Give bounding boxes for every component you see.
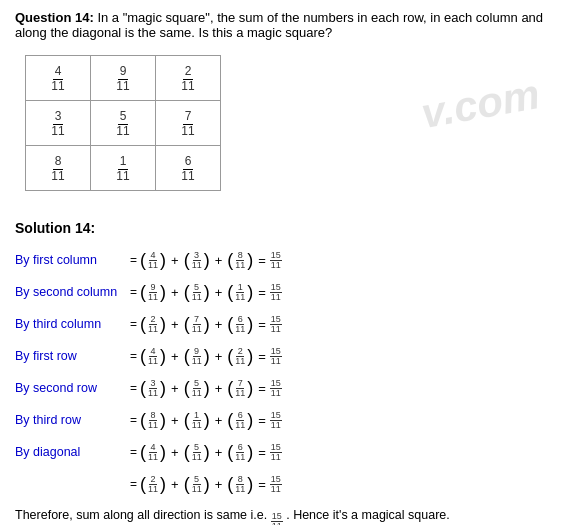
solution-row: = (211)+(511)+(811)=1511 (15, 470, 555, 498)
question-text: In a "magic square", the sum of the numb… (15, 10, 543, 40)
solution-rows: By first column= (411)+(311)+(811)=1511B… (15, 246, 555, 498)
solution-row-expr: = (311)+(511)+(711)=1511 (130, 379, 282, 398)
table-cell: 511 (91, 101, 156, 146)
solution-row-expr: = (411)+(511)+(611)=1511 (130, 443, 282, 462)
solution-row: By third column= (211)+(711)+(611)=1511 (15, 310, 555, 338)
solution-row: By first row= (411)+(911)+(211)=1511 (15, 342, 555, 370)
table-cell: 411 (26, 56, 91, 101)
table-cell: 311 (26, 101, 91, 146)
solution-title: Solution 14: (15, 220, 555, 236)
solution-row: By third row= (811)+(111)+(611)=1511 (15, 406, 555, 434)
conclusion-end: . Hence it's a magical square. (286, 508, 450, 522)
table-row: 411 911 211 (26, 56, 221, 101)
solution-row-expr: = (411)+(311)+(811)=1511 (130, 251, 282, 270)
solution-row-label: By second column (15, 285, 130, 299)
watermark: v.com (418, 70, 544, 138)
magic-square-table: 411 911 211 311 511 711 811 111 611 (25, 55, 221, 191)
conclusion-frac-inline: 1511 (271, 512, 283, 525)
solution-row-label: By third column (15, 317, 130, 331)
solution-row-expr: = (811)+(111)+(611)=1511 (130, 411, 282, 430)
table-cell: 611 (156, 146, 221, 191)
solution-row: By first column= (411)+(311)+(811)=1511 (15, 246, 555, 274)
solution-row-expr: = (211)+(711)+(611)=1511 (130, 315, 282, 334)
table-row: 811 111 611 (26, 146, 221, 191)
table-cell: 911 (91, 56, 156, 101)
solution-row-label: By first column (15, 253, 130, 267)
solution-row-label: By second row (15, 381, 130, 395)
question-label: Question 14: (15, 10, 94, 25)
conclusion: Therefore, sum along all direction is sa… (15, 506, 555, 525)
solution-row-label: By third row (15, 413, 130, 427)
solution-row: By second row= (311)+(511)+(711)=1511 (15, 374, 555, 402)
table-cell: 111 (91, 146, 156, 191)
conclusion-text: Therefore, sum along all direction is sa… (15, 508, 267, 522)
solution-row-expr: = (911)+(511)+(111)=1511 (130, 283, 282, 302)
solution-row-expr: = (211)+(511)+(811)=1511 (130, 475, 282, 494)
solution-row: By second column= (911)+(511)+(111)=1511 (15, 278, 555, 306)
solution-row: By diagonal= (411)+(511)+(611)=1511 (15, 438, 555, 466)
table-cell: 711 (156, 101, 221, 146)
question: Question 14: In a "magic square", the su… (15, 10, 555, 40)
table-cell: 211 (156, 56, 221, 101)
table-cell: 811 (26, 146, 91, 191)
solution-row-label: By first row (15, 349, 130, 363)
solution-row-expr: = (411)+(911)+(211)=1511 (130, 347, 282, 366)
solution-row-label: By diagonal (15, 445, 130, 459)
table-row: 311 511 711 (26, 101, 221, 146)
